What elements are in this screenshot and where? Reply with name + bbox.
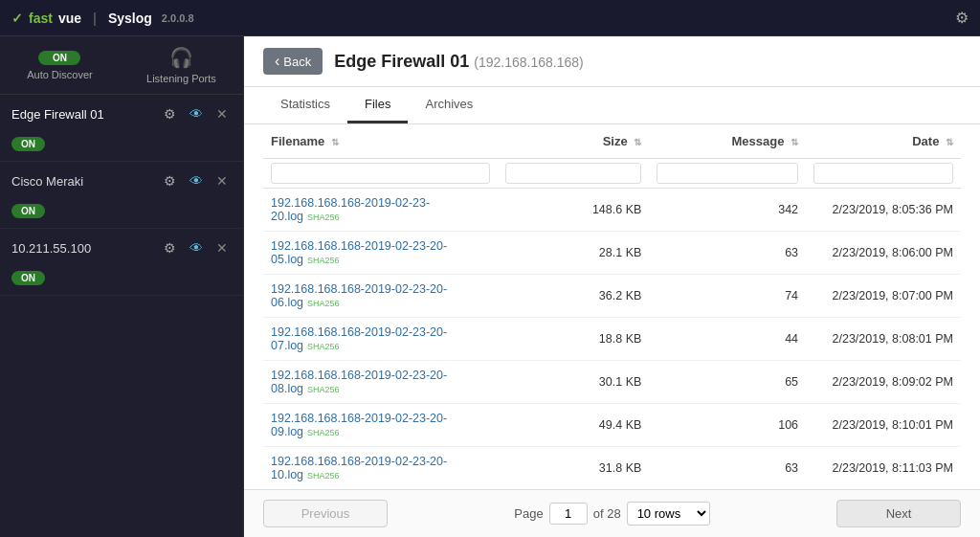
device-gear-icon[interactable]: ⚙	[160, 238, 180, 257]
col-header-size[interactable]: Size ⇅	[498, 124, 650, 159]
filename-link[interactable]: 192.168.168.168-2019-02-23-20-10.log	[271, 455, 447, 481]
device-gear-icon[interactable]: ⚙	[160, 171, 180, 190]
col-header-message[interactable]: Message ⇅	[649, 124, 806, 159]
sidebar-actions: ON Auto Discover 🎧 Listening Ports	[0, 36, 243, 95]
filename-link[interactable]: 192.168.168.168-2019-02-23-20-06.log	[271, 282, 447, 309]
sidebar-device-10211-status: ON	[0, 267, 243, 295]
cell-size: 49.4 KB	[498, 404, 650, 447]
sidebar-device-cisco-meraki: Cisco Meraki ⚙ 👁 ✕ ON	[0, 162, 243, 229]
device-eye-icon[interactable]: 👁	[186, 238, 207, 257]
main-layout: ON Auto Discover 🎧 Listening Ports Edge …	[0, 36, 980, 537]
col-header-filename[interactable]: Filename ⇅	[263, 124, 498, 159]
auto-discover-action[interactable]: ON Auto Discover	[27, 51, 92, 80]
filename-link[interactable]: 192.168.168.168-2019-02-23-20.log	[271, 196, 430, 223]
cell-date: 2/23/2019, 8:09:02 PM	[806, 361, 961, 404]
settings-icon[interactable]: ⚙	[955, 9, 969, 27]
device-close-icon[interactable]: ✕	[212, 171, 232, 190]
filter-date-input[interactable]	[813, 163, 953, 184]
filter-message-input[interactable]	[657, 163, 798, 184]
device-gear-icon[interactable]: ⚙	[160, 104, 180, 123]
checkmark-icon: ✓	[11, 11, 23, 26]
page-info: Page of 28 10 rows 25 rows 50 rows 100 r…	[397, 502, 827, 526]
cell-date: 2/23/2019, 8:07:00 PM	[806, 275, 961, 318]
sha-badge: SHA256	[307, 471, 340, 481]
filename-link[interactable]: 192.168.168.168-2019-02-23-20-09.log	[271, 412, 447, 438]
sidebar-device-10211-name: 10.211.55.100	[11, 241, 160, 256]
tab-statistics[interactable]: Statistics	[263, 87, 347, 123]
device-close-icon[interactable]: ✕	[212, 104, 232, 123]
sidebar-device-10211: 10.211.55.100 ⚙ 👁 ✕ ON	[0, 229, 243, 296]
device-ip: (192.168.168.168)	[474, 55, 583, 70]
sidebar-device-cisco-meraki-name: Cisco Meraki	[11, 174, 160, 189]
sort-icon-message: ⇅	[791, 137, 798, 147]
device-eye-icon[interactable]: 👁	[186, 104, 207, 123]
cell-filename: 192.168.168.168-2019-02-23-20-08.logSHA2…	[263, 361, 498, 404]
of-pages-label: of 28	[593, 506, 621, 521]
col-label-size: Size	[603, 134, 628, 148]
auto-discover-toggle[interactable]: ON	[38, 51, 80, 65]
back-button[interactable]: Back	[263, 48, 323, 75]
sha-badge: SHA256	[307, 299, 340, 308]
cell-message: 63	[649, 232, 806, 275]
cell-filename: 192.168.168.168-2019-02-23-20-06.logSHA2…	[263, 275, 498, 318]
tab-files[interactable]: Files	[347, 87, 408, 123]
cell-filename: 192.168.168.168-2019-02-23-20-07.logSHA2…	[263, 318, 498, 361]
cell-date: 2/23/2019, 8:08:01 PM	[806, 318, 961, 361]
cell-message: 342	[649, 189, 806, 232]
filename-link[interactable]: 192.168.168.168-2019-02-23-20-05.log	[271, 239, 447, 266]
sidebar-device-edge-firewall-status: ON	[0, 133, 243, 161]
sha-badge: SHA256	[307, 342, 340, 351]
content-header: Back Edge Firewall 01 (192.168.168.168)	[244, 36, 980, 87]
cell-filename: 192.168.168.168-2019-02-23-20-10.logSHA2…	[263, 447, 498, 490]
rows-per-page-select[interactable]: 10 rows 25 rows 50 rows 100 rows	[627, 502, 710, 526]
device-eye-icon[interactable]: 👁	[186, 171, 207, 190]
table-row: 192.168.168.168-2019-02-23-20-06.logSHA2…	[263, 275, 961, 318]
status-pill: ON	[11, 271, 45, 285]
filename-link[interactable]: 192.168.168.168-2019-02-23-20-08.log	[271, 369, 447, 395]
filter-size-input[interactable]	[505, 163, 642, 184]
sidebar-device-10211-controls: ⚙ 👁 ✕	[160, 238, 232, 257]
cell-message: 44	[649, 318, 806, 361]
cell-message: 74	[649, 275, 806, 318]
col-label-message: Message	[732, 134, 785, 148]
cell-date: 2/23/2019, 8:06:00 PM	[806, 232, 961, 275]
sidebar-device-edge-firewall: Edge Firewall 01 ⚙ 👁 ✕ ON	[0, 95, 243, 162]
sidebar-device-edge-firewall-name: Edge Firewall 01	[11, 107, 160, 122]
files-table: Filename ⇅ Size ⇅ Message ⇅	[263, 124, 961, 489]
listening-ports-label: Listening Ports	[146, 73, 216, 84]
table-row: 192.168.168.168-2019-02-23-20-05.logSHA2…	[263, 232, 961, 275]
cell-date: 2/23/2019, 8:10:01 PM	[806, 404, 961, 447]
content-tabs: Statistics Files Archives	[244, 87, 980, 124]
headphone-icon: 🎧	[169, 46, 193, 69]
page-number-input[interactable]	[549, 503, 588, 525]
app-logo: ✓ fastvue | Syslog 2.0.0.8	[11, 11, 194, 26]
app-version: 2.0.0.8	[162, 12, 194, 24]
sha-badge: SHA256	[307, 213, 340, 222]
listening-ports-action[interactable]: 🎧 Listening Ports	[146, 46, 216, 84]
cell-size: 31.8 KB	[498, 447, 650, 490]
next-button[interactable]: Next	[836, 500, 961, 527]
content-body: Filename ⇅ Size ⇅ Message ⇅	[244, 124, 980, 537]
filter-filename-input[interactable]	[271, 163, 490, 184]
col-header-date[interactable]: Date ⇅	[806, 124, 961, 159]
cell-filename: 192.168.168.168-2019-02-23-20.logSHA256	[263, 189, 498, 232]
filename-link[interactable]: 192.168.168.168-2019-02-23-20-07.log	[271, 325, 447, 352]
device-name: Edge Firewall 01	[334, 52, 469, 71]
table-header-row: Filename ⇅ Size ⇅ Message ⇅	[263, 124, 961, 159]
table-body: 192.168.168.168-2019-02-23-20.logSHA256 …	[263, 189, 961, 490]
sidebar-device-cisco-meraki-header: Cisco Meraki ⚙ 👁 ✕	[0, 162, 243, 200]
sidebar-device-edge-firewall-controls: ⚙ 👁 ✕	[160, 104, 232, 123]
table-row: 192.168.168.168-2019-02-23-20-10.logSHA2…	[263, 447, 961, 490]
sidebar-device-cisco-meraki-controls: ⚙ 👁 ✕	[160, 171, 232, 190]
device-close-icon[interactable]: ✕	[212, 238, 232, 257]
previous-button[interactable]: Previous	[263, 500, 388, 527]
sidebar-device-edge-firewall-header: Edge Firewall 01 ⚙ 👁 ✕	[0, 95, 243, 133]
tab-archives[interactable]: Archives	[408, 87, 490, 123]
sha-badge: SHA256	[307, 428, 340, 437]
sort-icon-size: ⇅	[634, 137, 641, 147]
table-row: 192.168.168.168-2019-02-23-20.logSHA256 …	[263, 189, 961, 232]
cell-message: 106	[649, 404, 806, 447]
cell-size: 30.1 KB	[498, 361, 650, 404]
cell-filename: 192.168.168.168-2019-02-23-20-09.logSHA2…	[263, 404, 498, 447]
content-panel: Back Edge Firewall 01 (192.168.168.168) …	[244, 36, 980, 537]
